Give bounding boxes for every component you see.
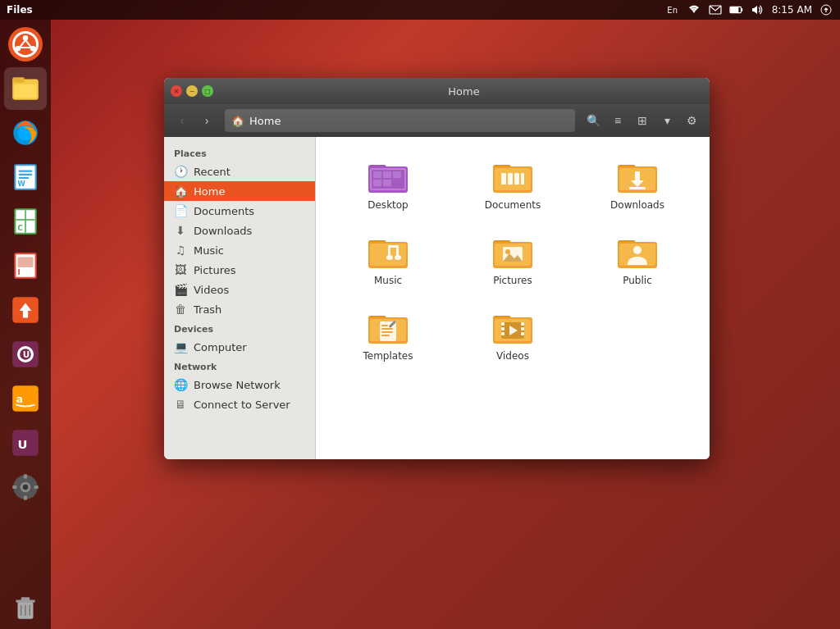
svg-rect-94 [381,331,393,333]
svg-rect-63 [521,173,524,185]
svg-rect-93 [381,328,393,330]
launcher-item-software-center[interactable] [4,289,47,331]
launcher-item-libreoffice-calc[interactable]: C [4,200,47,243]
sidebar-item-trash[interactable]: 🗑 Trash [164,299,315,319]
sidebar-item-documents[interactable]: 📄 Documents [164,201,315,221]
svg-text:C: C [18,224,23,232]
sidebar-item-recent[interactable]: 🕐 Recent [164,162,315,181]
sidebar-item-connect-server-label: Connect to Server [194,399,290,411]
devices-section-header: Devices [164,319,315,337]
window-title: Home [225,85,703,98]
svg-rect-39 [24,496,27,500]
close-button[interactable]: × [171,85,182,97]
svg-rect-38 [24,474,27,478]
computer-icon: 💻 [174,340,187,353]
launcher-item-ubuntu-one[interactable]: U [4,333,47,376]
launcher-item-files[interactable] [4,67,47,110]
maximize-button[interactable]: □ [202,85,213,97]
sidebar-item-pictures[interactable]: 🖼 Pictures [164,260,315,280]
launcher-item-firefox[interactable] [4,112,47,154]
file-item-music[interactable]: Music [329,226,447,294]
file-item-desktop[interactable]: Desktop [329,150,447,219]
music-icon: ♫ [174,244,187,257]
file-item-videos-label: Videos [496,350,529,362]
content-area: Places 🕐 Recent 🏠 Home 📄 Documents ⬇ Dow… [164,137,710,459]
sidebar: Places 🕐 Recent 🏠 Home 📄 Documents ⬇ Dow… [164,137,316,459]
sidebar-item-downloads[interactable]: ⬇ Downloads [164,221,315,240]
svg-rect-75 [388,245,390,257]
sort-button[interactable]: ▾ [655,109,678,132]
sidebar-item-videos-label: Videos [194,284,229,296]
sidebar-item-downloads-label: Downloads [194,225,252,237]
svg-point-87 [633,246,641,254]
volume-icon[interactable] [751,2,765,17]
svg-text:W: W [18,180,26,188]
file-item-downloads[interactable]: Downloads [578,150,696,219]
svg-rect-61 [508,173,513,185]
file-item-public[interactable]: Public [578,226,696,294]
clock[interactable]: 8:15 AM [772,4,812,16]
launcher-item-trash[interactable] [4,586,47,629]
launcher-item-system-settings[interactable] [4,466,47,508]
svg-rect-25 [18,257,34,267]
search-button[interactable]: 🔍 [582,109,605,132]
launcher-item-unity-lens[interactable]: U [4,422,47,464]
launcher-item-libreoffice-impress[interactable]: I [4,244,47,287]
sidebar-item-trash-label: Trash [194,303,221,316]
titlebar: × − □ Home [164,78,710,104]
svg-text:U: U [18,437,28,451]
file-item-documents-label: Documents [485,199,541,211]
svg-rect-102 [501,327,504,330]
sidebar-item-browse-network[interactable]: 🌐 Browse Network [164,375,315,394]
trash-sidebar-icon: 🗑 [174,303,187,316]
videos-icon: 🎬 [174,283,187,296]
location-bar[interactable]: 🏠 Home [225,109,575,132]
sidebar-item-home[interactable]: 🏠 Home [164,181,315,201]
app-menu-label[interactable]: Files [7,4,33,16]
network-icon[interactable] [687,2,701,17]
recent-icon: 🕐 [174,165,187,178]
launcher-item-ubuntu[interactable] [4,23,47,66]
documents-icon: 📄 [174,204,187,217]
sidebar-item-connect-server[interactable]: 🖥 Connect to Server [164,394,315,414]
back-button[interactable]: ‹ [171,109,194,132]
browse-network-icon: 🌐 [174,378,187,391]
file-item-pictures[interactable]: Pictures [454,226,572,294]
sidebar-item-videos[interactable]: 🎬 Videos [164,280,315,299]
svg-rect-41 [34,485,39,489]
settings-button[interactable]: ⚙ [680,109,703,132]
forward-button[interactable]: › [195,109,218,132]
minimize-button[interactable]: − [186,85,198,97]
svg-text:a: a [16,393,23,405]
file-item-templates[interactable]: Templates [329,301,447,370]
toolbar-actions: 🔍 ≡ ⊞ ▾ ⚙ [582,109,703,132]
svg-point-77 [395,255,401,260]
svg-rect-54 [393,171,401,178]
launcher-item-libreoffice-writer[interactable]: W [4,156,47,198]
svg-text:I: I [18,268,21,276]
file-item-pictures-label: Pictures [493,275,532,286]
connect-server-icon: 🖥 [174,398,187,411]
unity-launcher: W C I U [0,20,51,629]
mail-icon[interactable] [708,2,723,17]
file-item-music-label: Music [374,275,402,286]
file-item-documents[interactable]: Documents [454,150,572,219]
svg-rect-74 [396,245,399,257]
svg-rect-55 [373,180,381,186]
battery-icon[interactable] [729,2,744,17]
file-item-downloads-label: Downloads [610,199,664,211]
top-panel: Files En 8:1 [0,0,840,20]
svg-rect-69 [629,187,646,189]
file-item-videos[interactable]: Videos [454,301,572,370]
grid-view-button[interactable]: ⊞ [631,109,654,132]
list-view-button[interactable]: ≡ [606,109,629,132]
sidebar-item-computer[interactable]: 💻 Computer [164,337,315,357]
sidebar-item-music[interactable]: ♫ Music [164,240,315,260]
svg-rect-67 [635,171,640,181]
keyboard-layout-indicator[interactable]: En [665,2,680,17]
sidebar-item-recent-label: Recent [194,166,231,178]
session-indicator[interactable] [819,2,833,17]
launcher-item-amazon[interactable]: a [4,377,47,420]
svg-rect-106 [521,332,524,335]
svg-point-37 [23,485,28,490]
